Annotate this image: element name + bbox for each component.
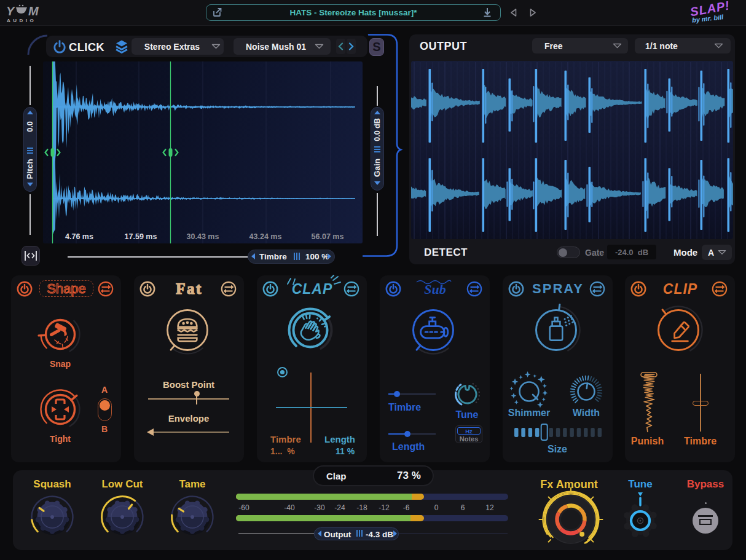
svg-text:Y: Y: [6, 4, 15, 18]
svg-text:AUDIO: AUDIO: [7, 18, 36, 23]
svg-text:M: M: [28, 4, 39, 18]
